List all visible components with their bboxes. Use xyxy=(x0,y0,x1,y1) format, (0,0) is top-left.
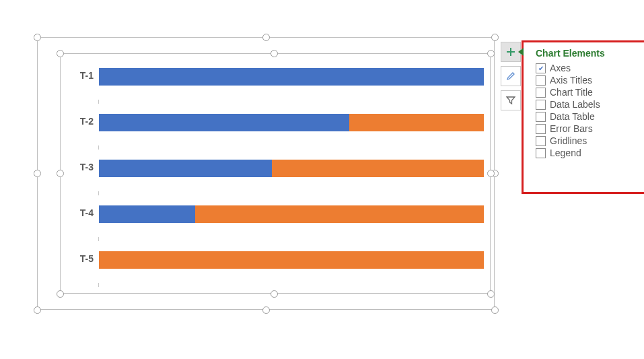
checkbox-checked-icon[interactable] xyxy=(536,63,546,73)
option-label: Data Table xyxy=(550,111,595,122)
checkbox-icon[interactable] xyxy=(536,88,546,98)
bar-segment-series1[interactable] xyxy=(99,160,272,177)
chart-element-option[interactable]: Axes xyxy=(536,63,641,73)
chart-element-option[interactable]: Chart Title xyxy=(536,87,641,98)
bar-row[interactable] xyxy=(99,205,484,223)
funnel-icon xyxy=(506,96,515,105)
category-label: T-5 xyxy=(61,253,94,264)
chart-filters-button[interactable] xyxy=(501,90,521,110)
plot-area[interactable]: T-1T-2T-3T-4T-5 xyxy=(61,55,489,293)
selection-handle[interactable] xyxy=(262,34,270,41)
bar-segment-series1[interactable] xyxy=(99,205,195,223)
option-label: Error Bars xyxy=(550,123,593,134)
option-label: Chart Title xyxy=(550,87,593,98)
selection-handle[interactable] xyxy=(34,34,41,41)
chart-styles-button[interactable] xyxy=(501,66,521,86)
bar-segment-series2[interactable] xyxy=(195,205,484,223)
checkbox-icon[interactable] xyxy=(536,75,546,86)
category-label: T-3 xyxy=(61,162,94,172)
option-label: Legend xyxy=(550,148,581,158)
checkbox-icon[interactable] xyxy=(536,100,546,110)
chart-element-option[interactable]: Gridlines xyxy=(536,135,641,146)
selection-handle[interactable] xyxy=(34,306,41,314)
axis-tick xyxy=(98,145,99,150)
option-label: Gridlines xyxy=(550,135,587,146)
bar-segment-series2[interactable] xyxy=(272,160,484,177)
checkbox-icon[interactable] xyxy=(536,112,546,122)
callout-pointer xyxy=(518,48,524,56)
selection-handle[interactable] xyxy=(491,34,499,41)
category-label: T-4 xyxy=(61,207,94,218)
axis-tick xyxy=(98,237,99,241)
category-label: T-1 xyxy=(61,70,94,81)
option-label: Axes xyxy=(550,63,571,73)
chart-element-option[interactable]: Data Table xyxy=(536,111,641,122)
selection-handle[interactable] xyxy=(34,170,41,177)
axis-tick xyxy=(98,283,99,287)
bar-row[interactable] xyxy=(99,251,484,269)
checkbox-icon[interactable] xyxy=(536,124,546,134)
chart-element-option[interactable]: Legend xyxy=(536,148,641,158)
bar-segment-series1[interactable] xyxy=(99,114,349,131)
option-label: Axis Titles xyxy=(550,75,592,86)
checkbox-icon[interactable] xyxy=(536,136,546,146)
callout-title: Chart Elements xyxy=(536,48,640,59)
brush-icon xyxy=(505,71,516,81)
bar-row[interactable] xyxy=(99,160,484,177)
category-label: T-2 xyxy=(61,116,94,127)
bar-segment-series2[interactable] xyxy=(99,251,484,269)
bar-row[interactable] xyxy=(99,114,484,131)
bar-segment-series2[interactable] xyxy=(349,114,484,131)
selection-handle[interactable] xyxy=(491,306,499,314)
axis-tick xyxy=(98,191,99,195)
bar-row[interactable] xyxy=(99,68,484,86)
option-label: Data Labels xyxy=(550,99,600,110)
bar-segment-series1[interactable] xyxy=(99,68,484,86)
chart-element-option[interactable]: Axis Titles xyxy=(536,75,641,86)
chart-elements-callout: Chart Elements AxesAxis TitlesChart Titl… xyxy=(522,40,644,194)
selection-handle[interactable] xyxy=(262,306,270,314)
axis-tick xyxy=(98,100,99,104)
chart-object[interactable]: T-1T-2T-3T-4T-5 xyxy=(37,37,495,310)
chart-element-option[interactable]: Data Labels xyxy=(536,99,641,110)
checkbox-icon[interactable] xyxy=(536,148,546,158)
chart-element-option[interactable]: Error Bars xyxy=(536,123,641,134)
plus-icon xyxy=(506,47,515,57)
